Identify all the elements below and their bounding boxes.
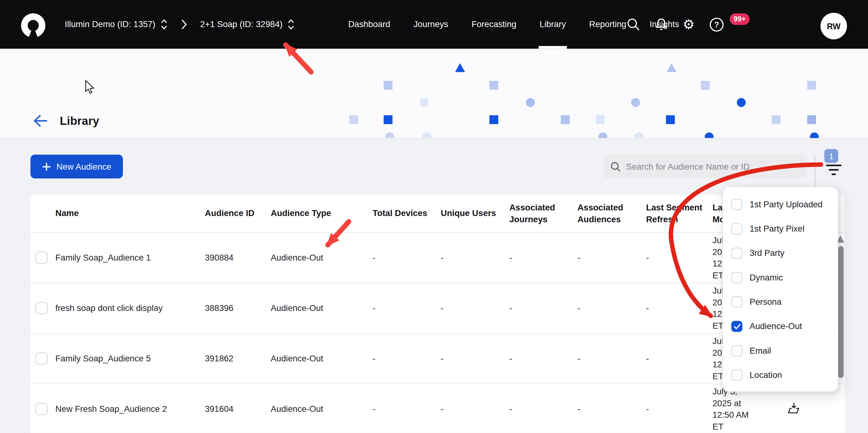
help-icon[interactable]: ? [704, 12, 728, 36]
notifications-bell-icon[interactable] [649, 12, 673, 36]
column-header-name[interactable]: Name [55, 208, 205, 219]
filter-button[interactable] [823, 161, 845, 180]
checkbox-unchecked[interactable] [732, 370, 743, 381]
cell-total-devices: - [373, 354, 441, 364]
row-checkbox[interactable] [35, 403, 48, 415]
nav-item-journeys[interactable]: Journeys [413, 0, 448, 49]
cell-associated-journeys: - [509, 303, 578, 313]
row-checkbox[interactable] [35, 252, 48, 264]
filter-option-label: Email [749, 346, 771, 356]
cell-name[interactable]: New Fresh Soap_Audience 2 [55, 404, 205, 414]
decor-shape-sq [384, 115, 393, 124]
checkbox-unchecked[interactable] [732, 199, 743, 210]
cell-audience-type: Audience-Out [271, 404, 373, 414]
cell-last-segment-refresh: - [646, 354, 713, 364]
nav-item-reporting[interactable]: Reporting [589, 0, 626, 49]
filter-option-label: 1st Party Pixel [749, 224, 804, 234]
app-window: Illumin Demo (ID: 1357) 2+1 Soap (ID: 32… [0, 0, 868, 433]
column-header-unique-users[interactable]: Unique Users [441, 208, 509, 219]
cell-associated-audiences: - [578, 354, 646, 364]
cell-audience-type: Audience-Out [271, 303, 373, 313]
organization-selector[interactable]: Illumin Demo (ID: 1357) [65, 18, 167, 31]
cell-name[interactable]: Family Soap_Audience 5 [55, 354, 205, 364]
filter-option-1st-party-uploaded[interactable]: 1st Party Uploaded [723, 192, 838, 216]
campaign-selector[interactable]: 2+1 Soap (ID: 32984) [200, 18, 295, 31]
svg-text:?: ? [714, 20, 719, 29]
decor-shape-ci [420, 98, 428, 107]
filter-option-label: Dynamic [749, 273, 783, 283]
scrollbar-thumb[interactable] [838, 246, 844, 378]
decor-shape-ci [634, 132, 643, 139]
filter-option-audience-out[interactable]: Audience-Out [723, 314, 838, 338]
search-icon [610, 161, 621, 172]
filter-option-dynamic[interactable]: Dynamic [723, 265, 838, 290]
page-title: Library [60, 114, 99, 127]
cell-last-modified: July 3, 2025 at 12:50 AM ET [713, 386, 757, 432]
new-audience-button[interactable]: New Audience [30, 155, 123, 179]
cell-total-devices: - [373, 253, 441, 263]
cell-name[interactable]: fresh soap dont click display [55, 303, 205, 313]
decor-shape-sq [490, 115, 498, 124]
audience-search [603, 155, 807, 179]
column-header-last-segment-refresh[interactable]: Last Segment Refresh [646, 202, 713, 225]
cell-name[interactable]: Family Soap_Audience 1 [55, 253, 205, 263]
user-avatar[interactable]: RW [820, 13, 847, 39]
updown-chevron-icon [287, 18, 294, 31]
row-checkbox[interactable] [35, 302, 48, 314]
row-checkbox[interactable] [35, 352, 48, 365]
export-audience-icon[interactable] [761, 402, 845, 416]
checkbox-unchecked[interactable] [732, 223, 743, 234]
nav-item-library[interactable]: Library [539, 0, 566, 49]
checkbox-unchecked[interactable] [732, 248, 743, 259]
plus-icon [42, 162, 51, 171]
cell-associated-audiences: - [578, 404, 646, 414]
cell-audience-type: Audience-Out [271, 354, 373, 364]
decor-shape-tri [666, 63, 676, 72]
cell-audience-type: Audience-Out [271, 253, 373, 263]
decor-shape-sq [561, 115, 569, 124]
column-header-associated-audiences[interactable]: Associated Audiences [578, 202, 646, 225]
cell-total-devices: - [373, 303, 441, 313]
new-audience-label: New Audience [56, 162, 111, 172]
illumin-logo-icon[interactable] [20, 11, 46, 38]
cell-associated-journeys: - [509, 253, 578, 263]
back-arrow-icon[interactable] [32, 113, 49, 128]
decor-shape-sq [807, 115, 816, 124]
checkbox-unchecked[interactable] [732, 272, 743, 283]
organization-label: Illumin Demo (ID: 1357) [65, 19, 155, 29]
cell-audience-id: 391604 [205, 404, 271, 414]
chevron-right-icon [181, 19, 187, 30]
filter-option-label: Persona [749, 297, 781, 307]
column-header-associated-journeys[interactable]: Associated Journeys [509, 202, 578, 225]
cell-associated-audiences: - [578, 253, 646, 263]
filter-count-badge: 1 [825, 149, 838, 163]
checkbox-unchecked[interactable] [732, 296, 743, 308]
campaign-label: 2+1 Soap (ID: 32984) [200, 19, 283, 29]
filter-option-1st-party-pixel[interactable]: 1st Party Pixel [723, 216, 838, 241]
filter-option-email[interactable]: Email [723, 339, 838, 363]
decor-shape-ci [631, 98, 640, 107]
cell-unique-users: - [441, 253, 509, 263]
search-input[interactable] [626, 162, 801, 172]
nav-item-dashboard[interactable]: Dashboard [348, 0, 390, 49]
audience-type-filter-dropdown: 1st Party Uploaded1st Party Pixel3rd Par… [722, 187, 838, 392]
filter-option-label: Location [749, 370, 782, 380]
decor-shape-ci [810, 132, 818, 139]
breadcrumb: Illumin Demo (ID: 1357) 2+1 Soap (ID: 32… [65, 0, 294, 49]
column-header-total-devices[interactable]: Total Devices [373, 208, 441, 219]
checkbox-checked[interactable] [732, 321, 743, 332]
filter-option-location[interactable]: Location [723, 363, 838, 387]
filter-option-3rd-party[interactable]: 3rd Party [723, 241, 838, 265]
search-icon[interactable] [621, 12, 645, 36]
column-header-audience-type[interactable]: Audience Type [271, 208, 373, 219]
checkbox-unchecked[interactable] [732, 345, 743, 356]
cell-unique-users: - [441, 354, 509, 364]
filter-option-label: 1st Party Uploaded [749, 200, 823, 209]
divider [814, 155, 816, 189]
decor-shape-ci [526, 98, 535, 107]
settings-gear-icon[interactable]: ⚙ [676, 12, 701, 36]
column-header-audience-id[interactable]: Audience ID [205, 208, 271, 219]
filter-option-label: 3rd Party [749, 248, 784, 258]
filter-option-persona[interactable]: Persona [723, 290, 838, 314]
nav-item-forecasting[interactable]: Forecasting [471, 0, 516, 49]
